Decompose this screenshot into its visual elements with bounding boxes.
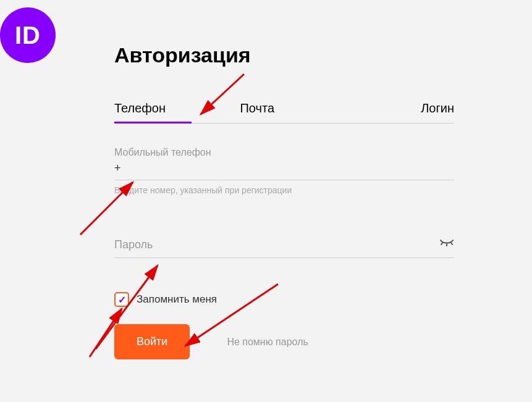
- toggle-password-visibility-icon[interactable]: [439, 239, 454, 251]
- password-field-group: [114, 238, 454, 258]
- password-input-row: [114, 238, 454, 258]
- phone-input[interactable]: [114, 162, 454, 175]
- checkmark-icon: ✓: [118, 294, 126, 306]
- tab-email[interactable]: Почта: [192, 95, 323, 123]
- remember-label: Запомнить меня: [137, 293, 217, 306]
- tab-login[interactable]: Логин: [323, 95, 455, 123]
- tab-phone[interactable]: Телефон: [114, 95, 192, 124]
- page-title: Авторизация: [114, 43, 454, 67]
- auth-form: Авторизация Телефон Почта Логин Мобильны…: [114, 43, 454, 359]
- phone-label: Мобильный телефон: [114, 147, 454, 158]
- phone-field-group: Мобильный телефон Введите номер, указанн…: [114, 147, 454, 195]
- phone-hint: Введите номер, указанный при регистрации: [114, 185, 454, 195]
- phone-input-row: [114, 162, 454, 180]
- remember-row: ✓ Запомнить меня: [114, 292, 454, 307]
- forgot-password-link[interactable]: Не помню пароль: [227, 337, 308, 348]
- login-button[interactable]: Войти: [114, 324, 190, 359]
- id-logo: ID: [0, 7, 56, 63]
- actions-row: Войти Не помню пароль: [114, 324, 454, 359]
- svg-line-0: [441, 243, 442, 245]
- remember-checkbox[interactable]: ✓: [114, 292, 129, 307]
- svg-line-2: [451, 243, 452, 245]
- auth-tabs: Телефон Почта Логин: [114, 95, 454, 124]
- password-input[interactable]: [114, 238, 439, 251]
